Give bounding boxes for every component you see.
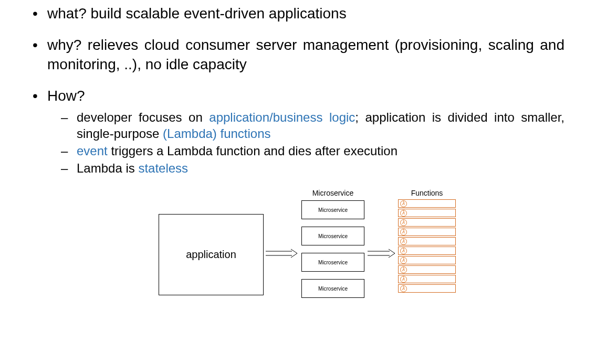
functions-column: Functions λλλλλλλλλλ [398, 189, 456, 294]
function-box: λ [398, 284, 456, 293]
lambda-icon: λ [400, 266, 407, 273]
lambda-icon: λ [400, 229, 407, 235]
bullet-list-level1: what? build scalable event-driven applic… [32, 4, 564, 176]
microservice-box: Microservice [301, 227, 364, 245]
sub3-pre: Lambda is [77, 161, 138, 175]
function-box: λ [398, 256, 456, 264]
lambda-icon: λ [400, 257, 407, 264]
sub2-hl-event: event [77, 144, 108, 158]
sub1-pre: developer focuses on [77, 110, 209, 124]
microservice-box: Microservice [301, 253, 364, 272]
function-box: λ [398, 218, 456, 227]
arrow-app-to-microservices [266, 248, 298, 255]
application-label: application [186, 249, 236, 261]
sub-bullet-2: event triggers a Lambda function and die… [61, 143, 564, 159]
sub1-hl-app-logic: application/business logic [209, 110, 355, 124]
application-box: application [159, 214, 264, 295]
lambda-icon: λ [400, 276, 407, 283]
function-box: λ [398, 265, 456, 274]
arrow-microservices-to-functions [368, 248, 396, 255]
functions-heading: Functions [398, 189, 456, 197]
function-box: λ [398, 237, 456, 245]
lambda-icon: λ [400, 200, 407, 207]
bullet-how-lead: How? [47, 88, 85, 104]
function-box: λ [398, 209, 456, 217]
lambda-icon: λ [400, 238, 407, 245]
lambda-icon: λ [400, 285, 407, 292]
bullet-how: How? developer focuses on application/bu… [32, 87, 564, 176]
microservice-box: Microservice [301, 200, 364, 219]
sub-bullet-3: Lambda is stateless [61, 160, 564, 176]
sub-bullet-1: developer focuses on application/busines… [61, 109, 564, 142]
sub2-rest: triggers a Lambda function and dies afte… [108, 144, 398, 158]
function-box: λ [398, 275, 456, 283]
sub1-hl-lambda-fn: (Lambda) functions [163, 126, 270, 141]
bullet-why: why? relieves cloud consumer server mana… [32, 36, 564, 74]
function-box: λ [398, 199, 456, 208]
function-box: λ [398, 247, 456, 255]
bullet-why-text: why? relieves cloud consumer server mana… [47, 37, 564, 72]
microservices-heading: Microservice [301, 189, 364, 197]
slide: what? build scalable event-driven applic… [0, 0, 596, 309]
microservice-box: Microservice [301, 279, 364, 298]
microservices-column: Microservice MicroserviceMicroserviceMic… [301, 189, 364, 305]
lambda-icon: λ [400, 210, 407, 217]
bullet-what-text: what? build scalable event-driven applic… [47, 5, 347, 22]
function-box: λ [398, 228, 456, 236]
lambda-icon: λ [400, 219, 407, 226]
lambda-icon: λ [400, 248, 407, 254]
architecture-diagram: application Microservice MicroserviceMic… [159, 189, 474, 309]
bullet-what: what? build scalable event-driven applic… [32, 4, 564, 23]
sub3-hl-stateless: stateless [138, 161, 188, 175]
bullet-list-level2: developer focuses on application/busines… [47, 109, 564, 177]
